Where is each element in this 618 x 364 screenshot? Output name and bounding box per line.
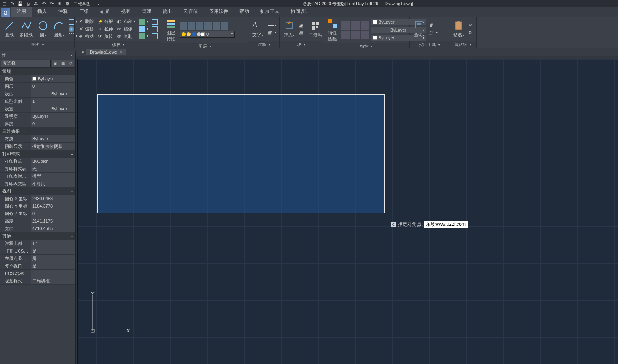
prop-tool-3[interactable]: ⟳ (67, 60, 74, 67)
cut-button[interactable]: ✂ (467, 22, 475, 29)
saveas-icon[interactable]: ⎙ (25, 1, 31, 6)
layer-tool-1[interactable] (180, 22, 187, 30)
tab-注释[interactable]: 注释 (53, 7, 73, 17)
layer-tool-3[interactable] (196, 22, 203, 30)
prop-value[interactable]: 4710.4585 (31, 225, 75, 232)
prop-value[interactable]: 0 (31, 210, 75, 217)
arc-button[interactable]: 圆弧▾ (52, 19, 66, 39)
open-icon[interactable]: 🗁 (9, 1, 15, 6)
dim-button[interactable]: ⟷▾ (266, 22, 277, 29)
offset-button[interactable]: ⇲偏移 (77, 26, 95, 32)
modify-extra-5[interactable] (151, 26, 159, 32)
insert-block-button[interactable]: 插入▾ (282, 19, 296, 39)
stretch-button[interactable]: ↔拉伸 (97, 26, 114, 32)
modify-extra-6[interactable] (151, 33, 159, 39)
move-button[interactable]: ✥移动 (77, 33, 95, 40)
prop-group-三维效果[interactable]: 三维效果 (0, 128, 75, 135)
props-grid-4[interactable] (341, 31, 350, 39)
save-icon[interactable]: 💾 (17, 1, 23, 6)
props-grid-5[interactable] (351, 31, 360, 39)
props-grid-6[interactable] (361, 31, 369, 39)
props-grid-3[interactable] (361, 21, 369, 30)
command-input[interactable] (424, 221, 468, 228)
drawing-area[interactable]: Y X C 指定对角点: (77, 59, 618, 364)
panel-title-modify[interactable]: 修改 (75, 41, 161, 48)
prop-group-打印样式[interactable]: 打印样式 (0, 150, 75, 158)
panel-title-layer[interactable]: 图层 (161, 43, 248, 49)
tab-协同设计[interactable]: 协同设计 (285, 7, 315, 17)
prop-value[interactable]: 是 (31, 255, 75, 262)
select-button[interactable]: ⬚▾ (428, 30, 439, 36)
new-icon[interactable]: ▢ (2, 1, 7, 6)
match-properties-button[interactable]: 特性 匹配 (325, 17, 340, 43)
prop-value[interactable] (31, 270, 75, 277)
prop-value[interactable]: ByLayer (31, 75, 75, 82)
tab-应用软件[interactable]: 应用软件 (204, 7, 234, 17)
bool-button[interactable]: ◐布尔▾ (116, 18, 137, 25)
tab-云存储[interactable]: 云存储 (178, 7, 203, 17)
copy-button[interactable]: ⧉复制 (116, 33, 137, 40)
prop-value[interactable]: 1184.3778 (31, 202, 75, 210)
app-logo-icon[interactable]: G (1, 8, 10, 17)
text-button[interactable]: A 文字▾ (251, 19, 265, 39)
qr-button[interactable]: 二维码 (307, 19, 323, 39)
copy-clip-button[interactable]: ⧉ (467, 30, 475, 36)
selection-combo[interactable]: 无选择▾ (1, 60, 51, 67)
prop-group-常规[interactable]: 常规 (0, 68, 75, 75)
workspace-dropdown[interactable]: 二维草图 ▾ ▾ (73, 1, 99, 7)
layer-combo[interactable]: 0 ▾ (180, 31, 235, 38)
block-edit[interactable]: ▤ (298, 30, 306, 36)
panel-title-draw[interactable]: 绘图 (0, 41, 74, 48)
prop-tool-2[interactable]: ▦ (59, 60, 67, 67)
props-grid-2[interactable] (351, 21, 360, 30)
modify-extra-1[interactable]: ▾ (138, 19, 149, 25)
prop-value[interactable]: 二维线框 (31, 277, 75, 284)
prop-value[interactable]: 1 (31, 98, 75, 105)
redo-icon[interactable]: ↷ (49, 1, 54, 6)
table-button[interactable]: ▦▾ (266, 30, 277, 36)
polyline-button[interactable]: 多段线 (18, 19, 34, 39)
tab-prev-icon[interactable]: ◂ (81, 49, 84, 54)
prop-value[interactable]: ByLayer (31, 90, 75, 97)
prop-value[interactable]: 2141.1175 (31, 217, 75, 225)
prop-value[interactable]: 投射和接收阴影 (31, 143, 75, 150)
gear-icon[interactable]: ⚙ (65, 1, 70, 6)
layer-tool-6[interactable] (221, 22, 228, 30)
doc-close-icon[interactable]: × (120, 50, 122, 54)
circle-button[interactable]: 圆▾ (36, 19, 50, 39)
prop-value[interactable]: 2630.0488 (31, 195, 75, 202)
tab-视图[interactable]: 视图 (115, 7, 136, 17)
props-grid-1[interactable] (341, 21, 350, 30)
panel-title-block[interactable]: 块 (280, 41, 323, 48)
layer-properties-button[interactable]: 图层 特性 (164, 17, 178, 43)
block-create[interactable]: ▣ (298, 22, 306, 29)
panel-title-props[interactable]: 特性 (323, 43, 409, 49)
modify-extra-4[interactable] (151, 19, 159, 25)
tab-管理[interactable]: 管理 (136, 7, 157, 17)
tab-扩展工具[interactable]: 扩展工具 (255, 7, 285, 17)
prop-group-视图[interactable]: 视图 (0, 188, 75, 195)
prop-value[interactable]: 不可用 (31, 180, 75, 187)
layer-tool-5[interactable] (213, 22, 220, 30)
prop-value[interactable]: 是 (31, 247, 75, 254)
modify-extra-3[interactable]: ▾ (138, 33, 149, 39)
layer-tool-2[interactable] (188, 22, 195, 30)
prop-value[interactable]: 1:1 (31, 240, 75, 247)
document-tab[interactable]: Drawing1.dwg × (86, 49, 126, 55)
prop-value[interactable]: ByLayer (31, 135, 75, 142)
paste-button[interactable]: 粘贴▾ (451, 19, 466, 39)
tab-插入[interactable]: 插入 (32, 7, 52, 17)
prop-value[interactable]: 模型 (31, 173, 75, 180)
prop-group-其他[interactable]: 其他 (0, 232, 75, 240)
calc-button[interactable]: 🖩 (428, 22, 439, 29)
layer-tool-4[interactable] (204, 22, 212, 30)
tab-布局[interactable]: 布局 (95, 7, 115, 17)
explode-button[interactable]: ⚡分解 (97, 18, 114, 25)
prop-value[interactable]: 是 (31, 262, 75, 269)
prop-value[interactable]: 0 (31, 83, 75, 90)
close-icon[interactable]: × (71, 53, 73, 58)
mirror-button[interactable]: ⧉镜像 (116, 26, 137, 32)
prop-value[interactable]: 0 (31, 120, 75, 127)
tab-帮助[interactable]: 帮助 (234, 7, 254, 17)
undo-icon[interactable]: ↶ (41, 1, 46, 6)
